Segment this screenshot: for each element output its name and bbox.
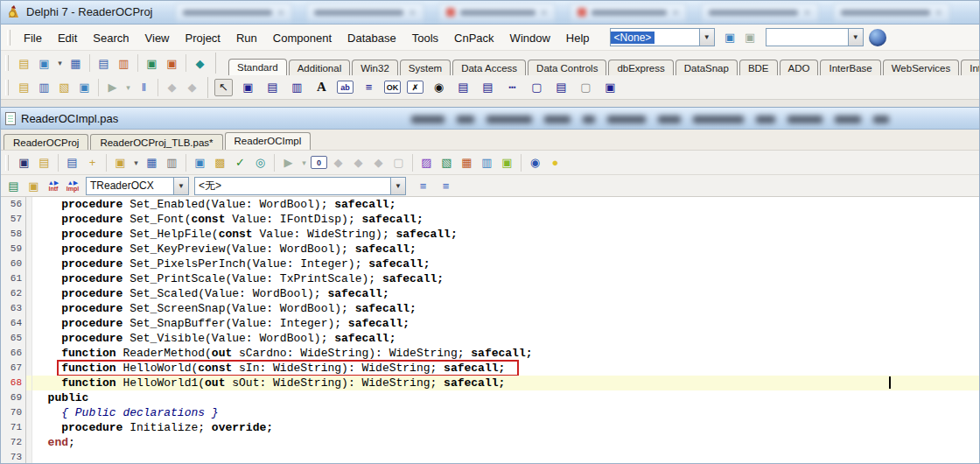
listbox-icon[interactable]: ▤ <box>454 79 472 96</box>
code-text[interactable]: procedure Set_ScreenSnap(Value: WordBool… <box>32 301 980 316</box>
parameters-icon[interactable]: 0 <box>311 156 327 169</box>
toolbar-grip[interactable] <box>5 80 9 95</box>
compile-icon[interactable]: ◎ <box>251 154 270 172</box>
code-line[interactable]: 70 { Public declarations } <box>0 405 980 420</box>
menu-item-search[interactable]: Search <box>85 28 136 48</box>
checkbox-icon[interactable]: ✗ <box>407 81 424 94</box>
panel-icon[interactable]: ▢ <box>577 79 595 96</box>
chevron-down-icon[interactable]: ▼ <box>173 178 188 194</box>
code-text[interactable]: procedure Set_PixelsPerInch(Value: Integ… <box>32 257 980 271</box>
palette-tab-dbexpress[interactable]: dbExpress <box>608 60 673 75</box>
save-all-icon[interactable]: ▩ <box>211 154 229 172</box>
code-text[interactable]: function HelloWorld(const sIn: WideStrin… <box>32 361 980 376</box>
code-line[interactable]: 61 procedure Set_PrintScale(Value: TxPri… <box>0 271 980 286</box>
structure-icon[interactable]: ▧ <box>438 154 456 172</box>
paste-icon[interactable]: ▤ <box>4 177 23 194</box>
print-icon[interactable]: ▥ <box>163 154 181 172</box>
palette-tab-webservices[interactable]: WebServices <box>883 60 960 75</box>
code-text[interactable]: procedure Set_Visible(Value: WordBool); … <box>32 331 980 346</box>
save-icon[interactable]: ▦ <box>143 154 161 172</box>
run-dropdown-icon[interactable]: ▾ <box>123 79 133 96</box>
code-text[interactable]: procedure Set_KeyPreview(Value: WordBool… <box>32 242 980 257</box>
code-text[interactable]: { Public declarations } <box>32 405 980 420</box>
format-left-icon[interactable]: ≡ <box>414 177 432 194</box>
frames-icon[interactable]: ▣ <box>239 79 257 96</box>
radiobutton-icon[interactable]: ◉ <box>430 79 448 96</box>
popupmenu-icon[interactable]: ▥ <box>288 79 306 96</box>
scrollbar-icon[interactable]: ┅ <box>503 79 522 96</box>
chevron-down-icon[interactable]: ▼ <box>848 29 863 46</box>
code-text[interactable]: procedure Set_HelpFile(const Value: Wide… <box>32 227 980 242</box>
palette-tab-bde[interactable]: BDE <box>739 60 778 75</box>
label-icon[interactable]: A <box>312 79 331 96</box>
combobox-icon[interactable]: ▤ <box>479 79 497 96</box>
menu-item-file[interactable]: File <box>16 28 50 48</box>
help-icon[interactable]: ◉ <box>526 154 544 172</box>
add-to-project-icon[interactable]: ▣ <box>143 54 161 72</box>
code-line[interactable]: 64 procedure Set_SnapBuffer(Value: Integ… <box>0 316 980 331</box>
code-line[interactable]: 65 procedure Set_Visible(Value: WordBool… <box>0 331 980 346</box>
code-editor[interactable]: 56 procedure Set_Enabled(Value: WordBool… <box>0 197 980 464</box>
palette-tab-ado[interactable]: ADO <box>780 60 819 75</box>
run-icon[interactable]: ▶ <box>279 154 298 172</box>
code-line[interactable]: 56 procedure Set_Enabled(Value: WordBool… <box>0 197 980 212</box>
palette-tab-additional[interactable]: Additional <box>289 60 351 75</box>
code-line[interactable]: 58 procedure Set_HelpFile(const Value: W… <box>0 227 980 242</box>
view-form-icon[interactable]: ▥ <box>115 54 133 72</box>
member-selector-combo[interactable]: <无> ▼ <box>194 177 406 195</box>
view-unit-icon[interactable]: ▤ <box>63 154 81 172</box>
menu-item-database[interactable]: Database <box>340 28 404 48</box>
clipboard-icon[interactable]: ▥ <box>478 154 496 172</box>
groupbox-icon[interactable]: ▢ <box>528 79 546 96</box>
close-page-icon[interactable]: ▣ <box>15 154 33 172</box>
toggle-form-unit-icon[interactable]: ▧ <box>55 79 74 96</box>
menu-item-tools[interactable]: Tools <box>404 28 446 48</box>
code-text[interactable]: end; <box>32 435 980 450</box>
menu-item-cnpack[interactable]: CnPack <box>446 28 502 48</box>
menu-item-help[interactable]: Help <box>558 28 598 48</box>
new-icon[interactable]: ▤ <box>15 54 33 72</box>
palette-tab-win32[interactable]: Win32 <box>352 60 398 75</box>
find-combo[interactable]: ▼ <box>766 28 864 46</box>
chevron-down-icon[interactable]: ▼ <box>699 29 714 46</box>
open-dropdown-icon[interactable]: ▾ <box>131 154 141 172</box>
view-units-icon[interactable]: ▤ <box>15 79 33 96</box>
radiogroup-icon[interactable]: ▤ <box>552 79 570 96</box>
editor-tab-readerocproj-tlb-pas-[interactable]: ReaderOCProj_TLB.pas* <box>90 134 222 150</box>
trace-into-icon[interactable]: ◆ <box>349 154 368 172</box>
pause-icon[interactable]: ‖ <box>135 79 153 96</box>
editor-tab-readerocproj[interactable]: ReaderOCProj <box>4 134 88 150</box>
open-dropdown-icon[interactable]: ▾ <box>55 54 65 72</box>
save-desktop-icon[interactable]: ▣ <box>721 29 739 46</box>
code-text[interactable]: function ReaderMethod(out sCardno: WideS… <box>32 346 980 361</box>
code-line[interactable]: 69 public <box>0 390 980 405</box>
code-line[interactable]: 67 function HelloWorld(const sIn: WideSt… <box>0 361 980 376</box>
code-line[interactable]: 68 function HelloWorld1(out sOut: WideSt… <box>0 376 980 390</box>
class-selector-combo[interactable]: TReaderOCX ▼ <box>86 177 189 195</box>
goto-implementation-icon[interactable]: ▲▶ Impl <box>63 177 82 194</box>
view-unit-icon[interactable]: ▤ <box>94 54 113 72</box>
run-dropdown-icon[interactable]: ▾ <box>299 154 309 172</box>
code-text[interactable]: function HelloWorld1(out sOut: WideStrin… <box>32 376 980 390</box>
toolbar-grip[interactable] <box>5 55 9 71</box>
code-text[interactable]: procedure Set_Font(const Value: IFontDis… <box>32 212 980 227</box>
mainmenu-icon[interactable]: ▤ <box>263 79 282 96</box>
actionlist-icon[interactable]: ▣ <box>601 79 620 96</box>
code-text[interactable]: procedure Set_SnapBuffer(Value: Integer)… <box>32 316 980 331</box>
code-line[interactable]: 62 procedure Set_Scaled(Value: WordBool)… <box>0 286 980 301</box>
code-line[interactable]: 57 procedure Set_Font(const Value: IFont… <box>0 212 980 227</box>
run-icon[interactable]: ▶ <box>103 79 122 96</box>
open-file-icon[interactable]: ▣ <box>111 154 130 172</box>
explorer-icon[interactable]: ▨ <box>417 154 436 172</box>
find-window-icon[interactable]: ▣ <box>24 177 43 194</box>
globe-icon[interactable] <box>869 29 886 46</box>
bug-icon[interactable]: ▣ <box>498 154 516 172</box>
format-right-icon[interactable]: ≡ <box>437 177 455 194</box>
code-text[interactable]: procedure Set_Enabled(Value: WordBool); … <box>32 197 980 212</box>
goto-interface-icon[interactable]: ▲▶ Intf <box>44 177 63 194</box>
help-contents-icon[interactable]: ◆ <box>191 54 209 72</box>
step-over-icon[interactable]: ◆ <box>369 154 388 172</box>
code-line[interactable]: 71 procedure Initialize; override; <box>0 420 980 435</box>
notes-icon[interactable]: ▦ <box>458 154 476 172</box>
save-icon[interactable]: ▦ <box>66 54 85 72</box>
